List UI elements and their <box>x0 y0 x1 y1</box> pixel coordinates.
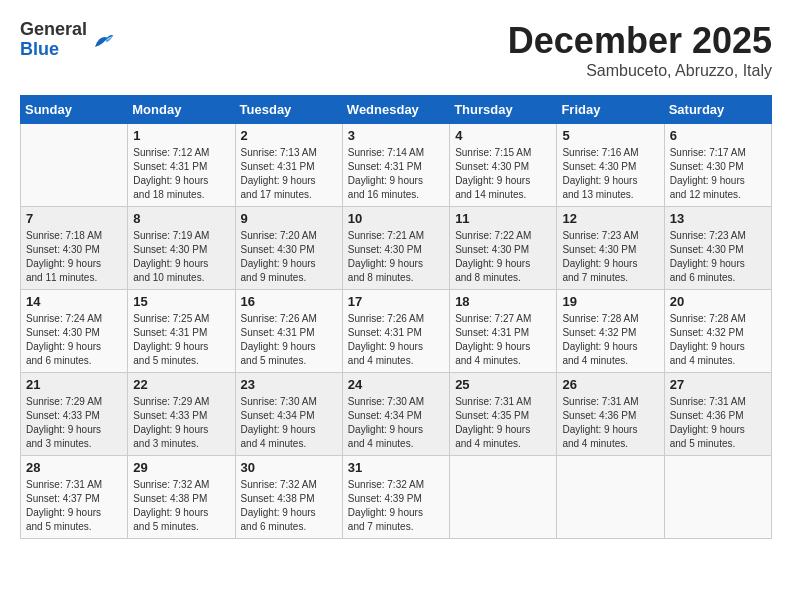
day-info: Sunrise: 7:23 AM Sunset: 4:30 PM Dayligh… <box>562 229 658 285</box>
calendar-week-row: 14Sunrise: 7:24 AM Sunset: 4:30 PM Dayli… <box>21 290 772 373</box>
day-number: 9 <box>241 211 337 226</box>
calendar-cell: 16Sunrise: 7:26 AM Sunset: 4:31 PM Dayli… <box>235 290 342 373</box>
day-info: Sunrise: 7:22 AM Sunset: 4:30 PM Dayligh… <box>455 229 551 285</box>
day-info: Sunrise: 7:31 AM Sunset: 4:36 PM Dayligh… <box>670 395 766 451</box>
calendar-cell: 4Sunrise: 7:15 AM Sunset: 4:30 PM Daylig… <box>450 124 557 207</box>
column-header-friday: Friday <box>557 96 664 124</box>
calendar-cell: 13Sunrise: 7:23 AM Sunset: 4:30 PM Dayli… <box>664 207 771 290</box>
day-info: Sunrise: 7:16 AM Sunset: 4:30 PM Dayligh… <box>562 146 658 202</box>
day-info: Sunrise: 7:29 AM Sunset: 4:33 PM Dayligh… <box>26 395 122 451</box>
day-number: 8 <box>133 211 229 226</box>
calendar-cell <box>557 456 664 539</box>
day-number: 28 <box>26 460 122 475</box>
day-info: Sunrise: 7:30 AM Sunset: 4:34 PM Dayligh… <box>241 395 337 451</box>
day-number: 5 <box>562 128 658 143</box>
day-info: Sunrise: 7:28 AM Sunset: 4:32 PM Dayligh… <box>562 312 658 368</box>
day-info: Sunrise: 7:32 AM Sunset: 4:39 PM Dayligh… <box>348 478 444 534</box>
day-info: Sunrise: 7:31 AM Sunset: 4:36 PM Dayligh… <box>562 395 658 451</box>
day-number: 29 <box>133 460 229 475</box>
calendar-week-row: 28Sunrise: 7:31 AM Sunset: 4:37 PM Dayli… <box>21 456 772 539</box>
day-info: Sunrise: 7:26 AM Sunset: 4:31 PM Dayligh… <box>348 312 444 368</box>
day-number: 23 <box>241 377 337 392</box>
calendar-cell: 2Sunrise: 7:13 AM Sunset: 4:31 PM Daylig… <box>235 124 342 207</box>
day-info: Sunrise: 7:26 AM Sunset: 4:31 PM Dayligh… <box>241 312 337 368</box>
calendar-cell: 11Sunrise: 7:22 AM Sunset: 4:30 PM Dayli… <box>450 207 557 290</box>
day-info: Sunrise: 7:31 AM Sunset: 4:37 PM Dayligh… <box>26 478 122 534</box>
calendar-cell: 10Sunrise: 7:21 AM Sunset: 4:30 PM Dayli… <box>342 207 449 290</box>
logo-bird-icon <box>91 31 115 51</box>
calendar-cell: 24Sunrise: 7:30 AM Sunset: 4:34 PM Dayli… <box>342 373 449 456</box>
calendar-table: SundayMondayTuesdayWednesdayThursdayFrid… <box>20 95 772 539</box>
day-number: 16 <box>241 294 337 309</box>
location-subtitle: Sambuceto, Abruzzo, Italy <box>508 62 772 80</box>
day-info: Sunrise: 7:17 AM Sunset: 4:30 PM Dayligh… <box>670 146 766 202</box>
logo: General Blue <box>20 20 115 60</box>
column-header-wednesday: Wednesday <box>342 96 449 124</box>
day-number: 31 <box>348 460 444 475</box>
day-info: Sunrise: 7:32 AM Sunset: 4:38 PM Dayligh… <box>241 478 337 534</box>
calendar-cell: 1Sunrise: 7:12 AM Sunset: 4:31 PM Daylig… <box>128 124 235 207</box>
calendar-header-row: SundayMondayTuesdayWednesdayThursdayFrid… <box>21 96 772 124</box>
day-number: 30 <box>241 460 337 475</box>
calendar-cell: 6Sunrise: 7:17 AM Sunset: 4:30 PM Daylig… <box>664 124 771 207</box>
calendar-cell: 29Sunrise: 7:32 AM Sunset: 4:38 PM Dayli… <box>128 456 235 539</box>
calendar-week-row: 7Sunrise: 7:18 AM Sunset: 4:30 PM Daylig… <box>21 207 772 290</box>
calendar-cell <box>450 456 557 539</box>
day-number: 17 <box>348 294 444 309</box>
column-header-thursday: Thursday <box>450 96 557 124</box>
day-info: Sunrise: 7:23 AM Sunset: 4:30 PM Dayligh… <box>670 229 766 285</box>
calendar-cell: 23Sunrise: 7:30 AM Sunset: 4:34 PM Dayli… <box>235 373 342 456</box>
calendar-cell: 28Sunrise: 7:31 AM Sunset: 4:37 PM Dayli… <box>21 456 128 539</box>
day-info: Sunrise: 7:12 AM Sunset: 4:31 PM Dayligh… <box>133 146 229 202</box>
day-number: 24 <box>348 377 444 392</box>
calendar-cell: 8Sunrise: 7:19 AM Sunset: 4:30 PM Daylig… <box>128 207 235 290</box>
day-number: 7 <box>26 211 122 226</box>
day-info: Sunrise: 7:25 AM Sunset: 4:31 PM Dayligh… <box>133 312 229 368</box>
day-info: Sunrise: 7:19 AM Sunset: 4:30 PM Dayligh… <box>133 229 229 285</box>
day-number: 11 <box>455 211 551 226</box>
calendar-cell <box>664 456 771 539</box>
day-number: 19 <box>562 294 658 309</box>
calendar-cell: 25Sunrise: 7:31 AM Sunset: 4:35 PM Dayli… <box>450 373 557 456</box>
calendar-cell: 3Sunrise: 7:14 AM Sunset: 4:31 PM Daylig… <box>342 124 449 207</box>
calendar-cell: 15Sunrise: 7:25 AM Sunset: 4:31 PM Dayli… <box>128 290 235 373</box>
day-info: Sunrise: 7:29 AM Sunset: 4:33 PM Dayligh… <box>133 395 229 451</box>
day-number: 2 <box>241 128 337 143</box>
day-number: 10 <box>348 211 444 226</box>
calendar-cell: 31Sunrise: 7:32 AM Sunset: 4:39 PM Dayli… <box>342 456 449 539</box>
day-number: 4 <box>455 128 551 143</box>
day-info: Sunrise: 7:31 AM Sunset: 4:35 PM Dayligh… <box>455 395 551 451</box>
day-info: Sunrise: 7:20 AM Sunset: 4:30 PM Dayligh… <box>241 229 337 285</box>
logo-general-text: General <box>20 20 87 40</box>
month-title: December 2025 <box>508 20 772 62</box>
calendar-cell: 17Sunrise: 7:26 AM Sunset: 4:31 PM Dayli… <box>342 290 449 373</box>
day-info: Sunrise: 7:24 AM Sunset: 4:30 PM Dayligh… <box>26 312 122 368</box>
calendar-cell: 18Sunrise: 7:27 AM Sunset: 4:31 PM Dayli… <box>450 290 557 373</box>
day-number: 13 <box>670 211 766 226</box>
column-header-tuesday: Tuesday <box>235 96 342 124</box>
calendar-week-row: 1Sunrise: 7:12 AM Sunset: 4:31 PM Daylig… <box>21 124 772 207</box>
calendar-cell: 20Sunrise: 7:28 AM Sunset: 4:32 PM Dayli… <box>664 290 771 373</box>
day-number: 15 <box>133 294 229 309</box>
day-info: Sunrise: 7:13 AM Sunset: 4:31 PM Dayligh… <box>241 146 337 202</box>
day-info: Sunrise: 7:28 AM Sunset: 4:32 PM Dayligh… <box>670 312 766 368</box>
title-block: December 2025 Sambuceto, Abruzzo, Italy <box>508 20 772 80</box>
calendar-cell: 30Sunrise: 7:32 AM Sunset: 4:38 PM Dayli… <box>235 456 342 539</box>
calendar-cell: 7Sunrise: 7:18 AM Sunset: 4:30 PM Daylig… <box>21 207 128 290</box>
day-info: Sunrise: 7:15 AM Sunset: 4:30 PM Dayligh… <box>455 146 551 202</box>
page-header: General Blue December 2025 Sambuceto, Ab… <box>20 20 772 80</box>
calendar-cell: 19Sunrise: 7:28 AM Sunset: 4:32 PM Dayli… <box>557 290 664 373</box>
day-number: 3 <box>348 128 444 143</box>
column-header-monday: Monday <box>128 96 235 124</box>
day-number: 6 <box>670 128 766 143</box>
logo-blue-text: Blue <box>20 40 87 60</box>
day-info: Sunrise: 7:21 AM Sunset: 4:30 PM Dayligh… <box>348 229 444 285</box>
calendar-cell: 26Sunrise: 7:31 AM Sunset: 4:36 PM Dayli… <box>557 373 664 456</box>
day-number: 12 <box>562 211 658 226</box>
day-info: Sunrise: 7:18 AM Sunset: 4:30 PM Dayligh… <box>26 229 122 285</box>
day-number: 25 <box>455 377 551 392</box>
calendar-cell <box>21 124 128 207</box>
calendar-week-row: 21Sunrise: 7:29 AM Sunset: 4:33 PM Dayli… <box>21 373 772 456</box>
day-number: 22 <box>133 377 229 392</box>
day-number: 26 <box>562 377 658 392</box>
